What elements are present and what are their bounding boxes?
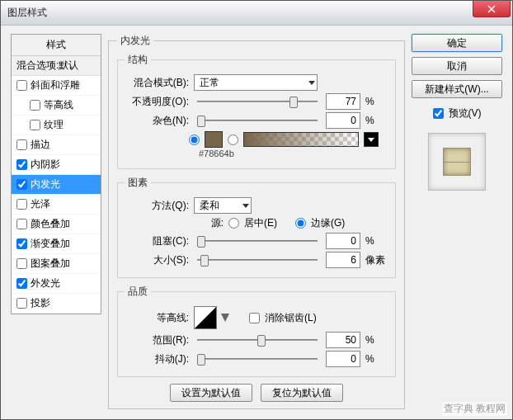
style-checkbox[interactable] — [16, 179, 27, 190]
jitter-slider[interactable] — [197, 352, 318, 366]
chevron-down-icon[interactable] — [221, 314, 229, 322]
style-list-header[interactable]: 样式 — [12, 35, 101, 56]
chevron-down-icon — [368, 138, 374, 142]
size-input[interactable] — [326, 252, 360, 268]
style-row-4[interactable]: 内阴影 — [12, 155, 101, 175]
style-label: 描边 — [31, 138, 50, 152]
contour-picker[interactable] — [194, 306, 217, 329]
style-row-9[interactable]: 图案叠加 — [12, 254, 101, 274]
size-slider[interactable] — [197, 252, 318, 267]
style-row-10[interactable]: 外发光 — [12, 274, 101, 294]
style-label: 内发光 — [31, 177, 60, 191]
style-row-5[interactable]: 内发光 — [12, 175, 101, 195]
percent-label: % — [365, 334, 388, 346]
noise-slider[interactable] — [197, 113, 318, 128]
noise-input[interactable] — [326, 112, 360, 129]
style-checkbox[interactable] — [16, 238, 27, 249]
percent-label: % — [365, 96, 388, 107]
close-button[interactable] — [473, 1, 511, 17]
style-checkbox[interactable] — [16, 80, 27, 91]
choke-label: 阻塞(C): — [125, 234, 189, 248]
opacity-label: 不透明度(O): — [125, 95, 189, 109]
range-slider[interactable] — [197, 333, 318, 347]
style-row-7[interactable]: 颜色叠加 — [12, 215, 101, 234]
gradient-dropdown[interactable] — [364, 132, 379, 147]
elements-legend: 图素 — [125, 176, 151, 190]
preview-checkbox[interactable] — [433, 108, 444, 119]
choke-input[interactable] — [326, 233, 360, 249]
style-label: 斜面和浮雕 — [31, 78, 80, 92]
style-list: 样式 混合选项:默认 斜面和浮雕等高线纹理描边内阴影内发光光泽颜色叠加渐变叠加图… — [11, 34, 101, 314]
style-checkbox[interactable] — [16, 278, 27, 289]
style-row-0[interactable]: 斜面和浮雕 — [12, 76, 101, 96]
percent-label: % — [365, 235, 388, 247]
percent-label: % — [365, 115, 388, 126]
chevron-down-icon — [242, 204, 249, 208]
reset-default-button[interactable]: 复位为默认值 — [261, 384, 343, 402]
method-label: 方法(Q): — [125, 199, 189, 213]
preview-thumbnail — [428, 133, 486, 191]
px-label: 像素 — [365, 253, 388, 267]
preview-swatch — [443, 148, 471, 176]
antialias-checkbox[interactable] — [249, 313, 260, 323]
titlebar[interactable]: 图层样式 — [1, 1, 512, 26]
noise-label: 杂色(N): — [125, 114, 189, 128]
style-checkbox[interactable] — [16, 298, 27, 309]
choke-slider[interactable] — [197, 234, 318, 248]
style-checkbox[interactable] — [30, 100, 40, 111]
style-checkbox[interactable] — [30, 120, 40, 130]
panel-title: 内发光 — [117, 34, 153, 48]
method-select[interactable]: 柔和 — [194, 197, 252, 214]
close-icon — [487, 5, 496, 13]
style-row-3[interactable]: 描边 — [12, 135, 101, 155]
style-label: 渐变叠加 — [31, 237, 70, 251]
preview-label: 预览(V) — [449, 106, 482, 120]
style-label: 内阴影 — [31, 158, 60, 172]
source-edge-radio[interactable] — [295, 218, 306, 229]
cancel-button[interactable]: 取消 — [412, 57, 502, 75]
range-label: 范围(R): — [125, 333, 189, 347]
window-title: 图层样式 — [7, 6, 47, 20]
quality-legend: 品质 — [125, 285, 151, 299]
opacity-input[interactable] — [326, 93, 360, 110]
style-label: 颜色叠加 — [31, 217, 70, 231]
color-gradient-radio[interactable] — [228, 134, 238, 145]
new-style-button[interactable]: 新建样式(W)... — [412, 80, 502, 98]
style-label: 投影 — [31, 296, 50, 310]
jitter-label: 抖动(J): — [125, 352, 189, 366]
style-checkbox[interactable] — [16, 258, 27, 269]
style-checkbox[interactable] — [16, 159, 27, 170]
range-input[interactable] — [326, 332, 360, 348]
percent-label: % — [365, 353, 388, 365]
chevron-down-icon — [308, 81, 315, 85]
layer-style-dialog: 图层样式 样式 混合选项:默认 斜面和浮雕等高线纹理描边内阴影内发光光泽颜色叠加… — [0, 0, 513, 420]
blend-mode-label: 混合模式(B): — [125, 76, 189, 90]
gradient-preview[interactable] — [243, 132, 359, 147]
style-checkbox[interactable] — [16, 139, 27, 150]
color-hex-label: #78664b — [199, 149, 388, 158]
color-swatch[interactable] — [205, 131, 223, 148]
structure-group: 结构 混合模式(B): 正常 不透明度(O): % — [117, 53, 396, 169]
color-solid-radio[interactable] — [189, 134, 200, 145]
set-default-button[interactable]: 设置为默认值 — [170, 384, 252, 402]
elements-group: 图素 方法(Q): 柔和 源: 居中(E) 边 — [117, 176, 396, 278]
structure-legend: 结构 — [125, 53, 151, 67]
jitter-input[interactable] — [326, 351, 360, 367]
blend-options-row[interactable]: 混合选项:默认 — [12, 56, 101, 76]
style-row-1[interactable]: 等高线 — [12, 96, 101, 116]
style-checkbox[interactable] — [16, 199, 27, 210]
watermark-text: 查字典 教程网 — [442, 402, 507, 416]
style-label: 等高线 — [44, 98, 73, 112]
ok-button[interactable]: 确定 — [412, 34, 502, 52]
source-center-radio[interactable] — [228, 218, 239, 229]
style-label: 纹理 — [44, 118, 64, 132]
style-row-6[interactable]: 光泽 — [12, 195, 101, 215]
style-row-2[interactable]: 纹理 — [12, 116, 101, 135]
opacity-slider[interactable] — [197, 94, 318, 109]
source-center-label: 居中(E) — [244, 216, 277, 230]
blend-mode-select[interactable]: 正常 — [194, 74, 318, 91]
style-row-11[interactable]: 投影 — [12, 294, 101, 314]
style-row-8[interactable]: 渐变叠加 — [12, 234, 101, 254]
source-edge-label: 边缘(G) — [311, 216, 345, 230]
style-checkbox[interactable] — [16, 219, 27, 229]
